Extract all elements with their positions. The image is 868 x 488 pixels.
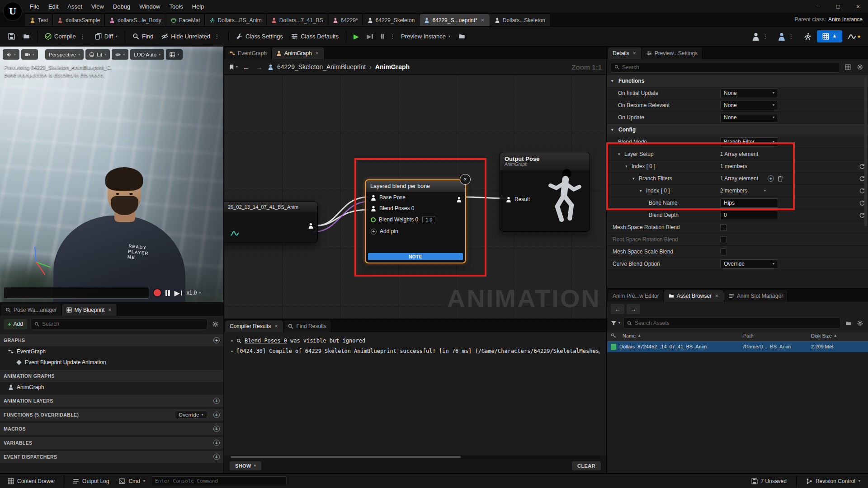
- display-filter-button[interactable]: [844, 63, 852, 71]
- cmd-dropdown[interactable]: Cmd▾: [115, 476, 149, 487]
- on-initial-update-dropdown[interactable]: None▾: [720, 89, 778, 98]
- back-button[interactable]: ←: [611, 304, 624, 314]
- content-drawer-button[interactable]: Content Drawer: [4, 476, 59, 487]
- pin-result[interactable]: Result: [501, 194, 535, 205]
- add-function-icon[interactable]: +: [213, 412, 220, 418]
- hide-unrelated-button[interactable]: Hide Unrelated⋮: [158, 30, 225, 43]
- expander-icon[interactable]: ▾: [611, 79, 616, 83]
- record-button[interactable]: [154, 289, 161, 296]
- forward-button[interactable]: →: [627, 304, 640, 314]
- tab-facemat[interactable]: FaceMat: [166, 14, 205, 26]
- step-forward-button[interactable]: ▶: [175, 289, 182, 297]
- lod-dropdown[interactable]: LOD Auto▾: [130, 49, 164, 60]
- tab-asset-browser[interactable]: Asset Browser×: [664, 290, 724, 302]
- animation-mode-button[interactable]: [801, 30, 814, 43]
- on-become-relevant-dropdown[interactable]: None▾: [720, 101, 778, 110]
- close-tab-icon[interactable]: ×: [480, 17, 485, 23]
- tab-details[interactable]: Details×: [608, 47, 642, 59]
- pose-output-pin[interactable]: [456, 197, 462, 202]
- preview-instance-dropdown[interactable]: Preview Instance▾: [397, 30, 454, 43]
- play-button[interactable]: ▶: [350, 30, 363, 43]
- expander-icon[interactable]: ▾: [618, 152, 623, 156]
- output-log-button[interactable]: Output Log: [69, 476, 113, 487]
- menu-debug[interactable]: Debug: [108, 0, 135, 13]
- menu-window[interactable]: Window: [135, 0, 165, 13]
- save-folder-button[interactable]: [844, 319, 853, 328]
- browse-to-asset-button[interactable]: [19, 30, 33, 43]
- anim-graph-canvas[interactable]: ANIMATION 26_02_13_14_07_41_BS_Anim Laye…: [224, 75, 606, 319]
- compile-options-icon[interactable]: ⋮: [79, 33, 87, 40]
- playback-speed-dropdown[interactable]: x1.0▾: [187, 290, 201, 296]
- camera-dropdown[interactable]: ▾: [21, 49, 38, 60]
- column-key-icon[interactable]: [611, 333, 623, 338]
- pause-button[interactable]: [165, 290, 170, 296]
- menu-tools[interactable]: Tools: [165, 0, 187, 13]
- tab-anim-slot-manager[interactable]: Anim Slot Manager: [724, 290, 788, 302]
- bone-name-input[interactable]: [720, 198, 778, 208]
- item-animgraph[interactable]: AnimGraph: [0, 382, 223, 393]
- add-pin-button[interactable]: +Add pin: [366, 225, 465, 237]
- asset-row[interactable]: Dollars_8724452...14_07_41_BS_Anim /Game…: [607, 341, 868, 352]
- section-graphs[interactable]: GRAPHS+: [0, 334, 223, 346]
- parent-class-link[interactable]: Anim Instance: [828, 16, 863, 23]
- column-path[interactable]: Path: [743, 333, 811, 338]
- hide-unrelated-options-icon[interactable]: ⋮: [213, 33, 221, 40]
- pose-output-pin[interactable]: [308, 223, 314, 229]
- my-blueprint-settings-button[interactable]: [211, 320, 220, 328]
- add-macro-icon[interactable]: +: [213, 426, 220, 432]
- search-input[interactable]: [42, 321, 204, 327]
- breadcrumb-current[interactable]: AnimGraph: [375, 63, 410, 70]
- editor-settings-button[interactable]: ★: [845, 30, 863, 43]
- close-tab-icon[interactable]: ×: [274, 323, 278, 329]
- add-button[interactable]: +Add: [4, 319, 27, 329]
- expander-icon[interactable]: ▾: [640, 188, 644, 193]
- blend-weight-value[interactable]: 1.0: [422, 216, 435, 223]
- filter-dropdown[interactable]: ▾: [611, 320, 620, 326]
- details-scrollbar[interactable]: [864, 77, 867, 226]
- details-search-input[interactable]: [622, 64, 836, 70]
- section-macros[interactable]: MACROS+: [0, 423, 223, 435]
- asset-search[interactable]: [623, 318, 841, 328]
- add-array-element-icon[interactable]: +: [768, 175, 774, 182]
- column-name[interactable]: Name▲: [623, 333, 743, 338]
- mesh-space-scale-checkbox[interactable]: [720, 249, 727, 255]
- viewport-text-field[interactable]: [4, 287, 149, 299]
- override-dropdown[interactable]: Override▾: [175, 411, 207, 419]
- mesh-mode-button[interactable]: ⋮: [775, 30, 798, 43]
- diff-button[interactable]: Diff▾: [91, 30, 121, 43]
- browse-preview-button[interactable]: [455, 30, 469, 43]
- expander-icon[interactable]: ▾: [632, 176, 637, 181]
- tab-animgraph[interactable]: AnimGraph×: [272, 47, 325, 59]
- tab-dollars-bs-anim[interactable]: Dollars...BS_Anim: [205, 14, 266, 26]
- skeleton-mode-button[interactable]: ⋮: [749, 30, 772, 43]
- tab-dollars-7-41-bs[interactable]: Dollars...7_41_BS: [267, 14, 328, 26]
- show-filter-button[interactable]: SHOW▾: [230, 461, 261, 470]
- tab-preview-settings[interactable]: Preview...Settings: [642, 47, 703, 59]
- unsaved-button[interactable]: 7 Unsaved: [747, 476, 791, 487]
- menu-edit[interactable]: Edit: [44, 0, 63, 13]
- frame-skip-button[interactable]: ▶: [363, 30, 377, 43]
- menu-view[interactable]: View: [87, 0, 108, 13]
- add-graph-icon[interactable]: +: [213, 337, 220, 343]
- output-pose-node[interactable]: Output Pose AnimGraph Result: [500, 152, 590, 232]
- close-tab-icon[interactable]: ×: [632, 50, 637, 56]
- find-button[interactable]: Find: [129, 30, 157, 43]
- section-event-dispatchers[interactable]: EVENT DISPATCHERS+: [0, 451, 223, 463]
- audio-dropdown[interactable]: ▾: [3, 49, 19, 60]
- revision-control-button[interactable]: Revision Control▾: [802, 476, 864, 487]
- maximize-button[interactable]: □: [828, 0, 848, 13]
- section-config[interactable]: ▾Config: [607, 124, 868, 136]
- blend-mode-dropdown[interactable]: Branch Filter▾: [720, 137, 778, 147]
- perspective-dropdown[interactable]: Perspective▾: [45, 49, 84, 60]
- class-defaults-button[interactable]: Class Defaults: [288, 30, 342, 43]
- section-variables[interactable]: VARIABLES+: [0, 437, 223, 449]
- expander-icon[interactable]: ▾: [611, 127, 616, 132]
- on-update-dropdown[interactable]: None▾: [720, 113, 778, 122]
- close-tab-icon[interactable]: ×: [107, 307, 112, 313]
- item-event-blueprint-update-animation[interactable]: Event Blueprint Update Animation: [0, 357, 223, 368]
- blend-depth-input[interactable]: [720, 211, 778, 220]
- tab-64229[interactable]: 64229*: [328, 14, 363, 26]
- section-animation-layers[interactable]: ANIMATION LAYERS+: [0, 395, 223, 407]
- navigate-forward-button[interactable]: →: [255, 63, 264, 71]
- scrollbar-thumb[interactable]: [231, 456, 461, 458]
